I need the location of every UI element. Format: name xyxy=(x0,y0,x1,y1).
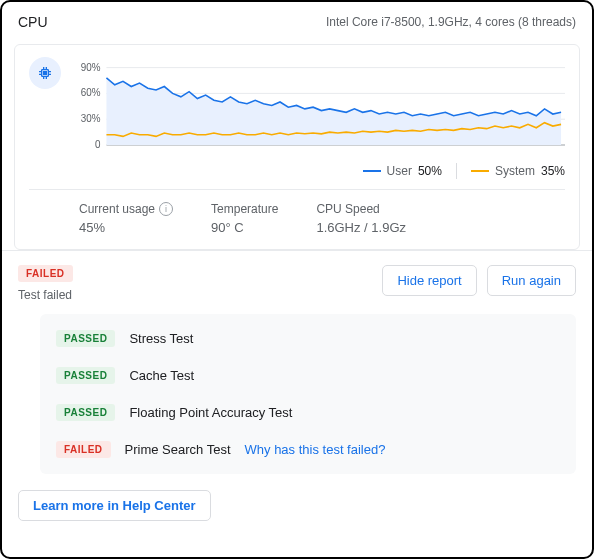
cpu-icon xyxy=(29,57,61,89)
cpu-model: Intel Core i7-8500, 1.9GHz, 4 cores (8 t… xyxy=(326,15,576,29)
svg-text:0: 0 xyxy=(95,139,101,150)
test-status-badge: PASSED xyxy=(56,367,115,384)
status-badge: FAILED xyxy=(18,265,73,282)
card-header: CPU Intel Core i7-8500, 1.9GHz, 4 cores … xyxy=(2,2,592,38)
legend-separator xyxy=(456,163,457,179)
speed-value: 1.6GHz / 1.9Gz xyxy=(316,220,406,235)
legend-user-label: User xyxy=(387,164,412,178)
status-message: Test failed xyxy=(18,288,73,302)
test-status-badge: FAILED xyxy=(56,441,111,458)
test-row: PASSEDStress Test xyxy=(40,320,576,357)
stat-cpu-speed: CPU Speed 1.6GHz / 1.9Gz xyxy=(316,202,444,235)
svg-text:30%: 30% xyxy=(81,113,101,124)
test-row: PASSEDFloating Point Accuracy Test xyxy=(40,394,576,431)
test-status-badge: PASSED xyxy=(56,330,115,347)
legend-system-swatch xyxy=(471,170,489,172)
legend-system: System 35% xyxy=(471,164,565,178)
test-failure-link[interactable]: Why has this test failed? xyxy=(245,442,386,457)
stat-temperature: Temperature 90° C xyxy=(211,202,316,235)
stat-current-usage: Current usage i 45% xyxy=(29,202,211,235)
speed-label: CPU Speed xyxy=(316,202,406,216)
legend-user-swatch xyxy=(363,170,381,172)
test-row: PASSEDCache Test xyxy=(40,357,576,394)
usage-value: 45% xyxy=(79,220,173,235)
temp-label: Temperature xyxy=(211,202,278,216)
test-status-section: FAILED Test failed Hide report Run again xyxy=(2,250,592,314)
stats-row: Current usage i 45% Temperature 90° C CP… xyxy=(29,189,565,249)
hide-report-button[interactable]: Hide report xyxy=(382,265,476,296)
test-row: FAILEDPrime Search TestWhy has this test… xyxy=(40,431,576,468)
chart-legend: User 50% System 35% xyxy=(73,155,565,189)
test-name: Cache Test xyxy=(129,368,194,383)
test-status-badge: PASSED xyxy=(56,404,115,421)
usage-chart: 90%60%30%0 User 50% System 35% xyxy=(73,55,565,189)
page-title: CPU xyxy=(18,14,48,30)
svg-rect-1 xyxy=(44,72,47,75)
chart-card: 90%60%30%0 User 50% System 35% Current u… xyxy=(14,44,580,250)
test-name: Prime Search Test xyxy=(125,442,231,457)
legend-user: User 50% xyxy=(363,164,442,178)
learn-more-button[interactable]: Learn more in Help Center xyxy=(18,490,211,521)
temp-value: 90° C xyxy=(211,220,278,235)
legend-system-value: 35% xyxy=(541,164,565,178)
tests-list: PASSEDStress TestPASSEDCache TestPASSEDF… xyxy=(40,314,576,474)
card-footer: Learn more in Help Center xyxy=(2,474,592,537)
test-name: Stress Test xyxy=(129,331,193,346)
svg-text:60%: 60% xyxy=(81,87,101,98)
run-again-button[interactable]: Run again xyxy=(487,265,576,296)
legend-system-label: System xyxy=(495,164,535,178)
legend-user-value: 50% xyxy=(418,164,442,178)
info-icon[interactable]: i xyxy=(159,202,173,216)
usage-label: Current usage xyxy=(79,202,155,216)
svg-text:90%: 90% xyxy=(81,62,101,73)
test-name: Floating Point Accuracy Test xyxy=(129,405,292,420)
